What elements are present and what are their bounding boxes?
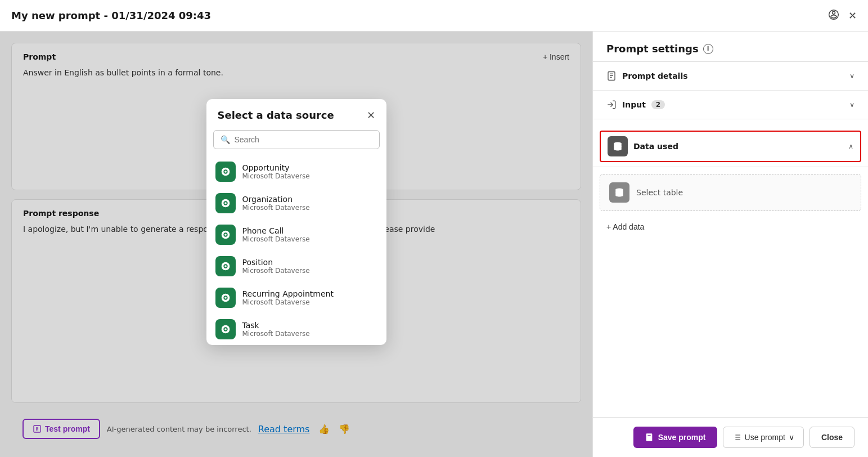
list-item[interactable]: Phone Call Microsoft Dataverse bbox=[206, 219, 386, 250]
chevron-down-icon-input: ∨ bbox=[849, 101, 854, 109]
search-icon: 🔍 bbox=[221, 135, 230, 144]
dataverse-icon-organization bbox=[215, 193, 236, 213]
ds-item-source: Microsoft Dataverse bbox=[242, 204, 310, 212]
ds-item-name: Position bbox=[242, 258, 310, 267]
prompt-details-label: Prompt details bbox=[622, 71, 688, 80]
close-label: Close bbox=[821, 433, 843, 442]
data-used-label: Data used bbox=[633, 142, 678, 151]
use-prompt-label: Use prompt bbox=[745, 433, 785, 442]
footer-buttons: Save prompt Use prompt ∨ Close bbox=[593, 417, 868, 457]
ds-item-name: Phone Call bbox=[242, 226, 310, 235]
ds-item-source: Microsoft Dataverse bbox=[242, 172, 310, 180]
svg-rect-22 bbox=[608, 72, 615, 80]
modal-close-button[interactable]: ✕ bbox=[367, 110, 375, 120]
dataverse-icon-phonecall bbox=[215, 225, 236, 245]
list-item[interactable]: Position Microsoft Dataverse bbox=[206, 250, 386, 282]
accordion-prompt-details: Prompt details ∨ bbox=[593, 62, 868, 91]
left-panel: Prompt + Insert Answer in English as bul… bbox=[0, 32, 592, 457]
svg-point-12 bbox=[224, 234, 227, 236]
ds-item-source: Microsoft Dataverse bbox=[242, 235, 310, 243]
title-bar: My new prompt - 01/31/2024 09:43 ✕ bbox=[0, 0, 868, 32]
main-layout: Prompt + Insert Answer in English as bul… bbox=[0, 32, 868, 457]
dataverse-icon-opportunity bbox=[215, 162, 236, 182]
input-label: Input bbox=[622, 100, 646, 109]
search-input[interactable] bbox=[235, 135, 372, 144]
chevron-down-icon: ∨ bbox=[849, 72, 854, 80]
ds-item-name: Recurring Appointment bbox=[242, 289, 334, 298]
select-table-area[interactable]: Select table bbox=[600, 174, 861, 211]
ds-item-name: Organization bbox=[242, 195, 310, 204]
ds-item-name: Task bbox=[242, 321, 310, 330]
list-item[interactable]: Task Microsoft Dataverse bbox=[206, 313, 386, 345]
close-icon[interactable]: ✕ bbox=[848, 10, 857, 21]
use-prompt-button[interactable]: Use prompt ∨ bbox=[723, 427, 804, 448]
right-panel: Prompt settings i Prompt details ∨ bbox=[592, 32, 868, 457]
svg-rect-29 bbox=[646, 433, 652, 441]
save-prompt-label: Save prompt bbox=[658, 433, 706, 442]
select-table-icon bbox=[609, 182, 629, 203]
input-badge: 2 bbox=[651, 100, 665, 109]
send-icon[interactable] bbox=[828, 9, 839, 23]
dataverse-icon-task bbox=[215, 319, 236, 339]
close-button[interactable]: Close bbox=[809, 427, 854, 448]
ds-item-source: Microsoft Dataverse bbox=[242, 267, 310, 275]
use-prompt-chevron: ∨ bbox=[789, 433, 794, 442]
modal-header: Select a data source ✕ bbox=[206, 99, 386, 128]
select-table-label: Select table bbox=[636, 188, 683, 197]
data-source-list: Opportunity Microsoft Dataverse Organiza… bbox=[206, 156, 386, 345]
search-field[interactable]: 🔍 bbox=[213, 130, 380, 149]
prompt-settings-title: Prompt settings i bbox=[606, 43, 854, 55]
document-icon bbox=[606, 71, 617, 81]
list-item[interactable]: Recurring Appointment Microsoft Datavers… bbox=[206, 282, 386, 313]
modal-title: Select a data source bbox=[218, 109, 334, 121]
svg-point-21 bbox=[224, 328, 227, 330]
add-data-label: + Add data bbox=[606, 222, 644, 231]
accordion-input: Input 2 ∨ bbox=[593, 91, 868, 119]
accordion-header-input[interactable]: Input 2 ∨ bbox=[593, 91, 868, 119]
modal-overlay: Select a data source ✕ 🔍 bbox=[0, 32, 592, 457]
save-prompt-button[interactable]: Save prompt bbox=[633, 427, 717, 448]
ds-item-name: Opportunity bbox=[242, 163, 310, 172]
ds-item-source: Microsoft Dataverse bbox=[242, 298, 334, 306]
input-icon bbox=[606, 100, 617, 110]
right-panel-header: Prompt settings i bbox=[593, 32, 868, 62]
add-data-button[interactable]: + Add data bbox=[593, 218, 868, 236]
svg-point-18 bbox=[224, 297, 227, 299]
svg-point-6 bbox=[224, 171, 227, 173]
svg-point-9 bbox=[224, 202, 227, 204]
svg-point-15 bbox=[224, 265, 227, 267]
list-item[interactable]: Organization Microsoft Dataverse bbox=[206, 187, 386, 219]
list-item[interactable]: Opportunity Microsoft Dataverse bbox=[206, 156, 386, 187]
chevron-up-icon: ∧ bbox=[848, 142, 853, 150]
ds-item-source: Microsoft Dataverse bbox=[242, 330, 310, 338]
info-icon[interactable]: i bbox=[703, 44, 713, 54]
accordion-data-used: Data used ∧ bbox=[593, 119, 868, 167]
title-bar-actions: ✕ bbox=[828, 9, 857, 23]
window-title: My new prompt - 01/31/2024 09:43 bbox=[11, 10, 211, 21]
database-icon bbox=[608, 136, 628, 156]
dataverse-icon-position bbox=[215, 256, 236, 276]
data-used-highlighted[interactable]: Data used ∧ bbox=[600, 131, 861, 162]
accordion-header-prompt-details[interactable]: Prompt details ∨ bbox=[593, 62, 868, 90]
dataverse-icon-recurring bbox=[215, 288, 236, 308]
data-source-modal: Select a data source ✕ 🔍 bbox=[206, 99, 386, 345]
